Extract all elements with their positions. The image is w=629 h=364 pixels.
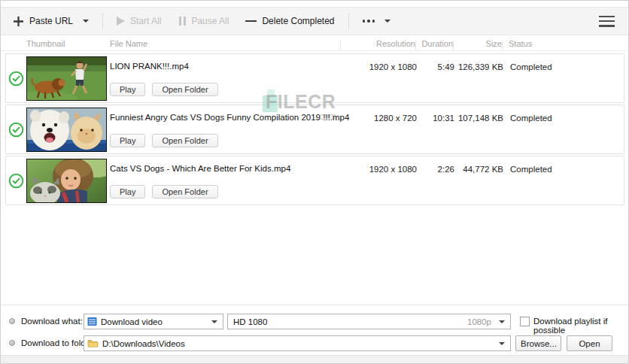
- download-list: LION PRANK!!!.mp4 Play Open Folder 1920 …: [1, 52, 628, 207]
- playlist-checkbox-label: Download playlist if possible: [533, 317, 628, 335]
- download-what-label: Download what:: [21, 317, 83, 326]
- column-resolution: Resolution: [351, 39, 415, 48]
- plus-icon: [13, 16, 24, 27]
- play-button[interactable]: Play: [110, 83, 145, 96]
- video-thumbnail: [26, 56, 107, 101]
- main-menu-button[interactable]: [599, 16, 615, 27]
- folder-icon: [87, 338, 99, 348]
- resolution-value: 1920 x 1080: [352, 62, 417, 71]
- pause-all-label: Pause All: [191, 16, 229, 26]
- file-name: Cats VS Dogs - Which Are Better For Kids…: [110, 164, 352, 173]
- film-icon: [87, 317, 97, 326]
- status-value: Completed: [503, 114, 624, 123]
- folder-path-select[interactable]: D:\Downloads\Videos: [84, 335, 511, 351]
- chevron-down-icon: [499, 342, 505, 345]
- bullet-icon: [9, 318, 15, 324]
- file-name: LION PRANK!!!.mp4: [110, 62, 352, 71]
- download-row[interactable]: LION PRANK!!!.mp4 Play Open Folder 1920 …: [5, 53, 624, 103]
- chevron-down-icon: [384, 20, 390, 23]
- paste-url-label: Paste URL: [29, 16, 73, 26]
- bullet-icon: [9, 340, 15, 346]
- paste-url-button[interactable]: Paste URL: [10, 14, 92, 29]
- open-folder-button[interactable]: Open Folder: [152, 83, 217, 96]
- download-row[interactable]: Funniest Angry Cats VS Dogs Funny Compil…: [5, 105, 624, 154]
- download-type-select[interactable]: Download video: [84, 314, 223, 329]
- chevron-down-icon: [499, 320, 505, 323]
- open-folder-button[interactable]: Open Folder: [152, 185, 217, 199]
- ellipsis-icon: [363, 20, 375, 23]
- open-folder-button[interactable]: Open Folder: [152, 134, 217, 147]
- footer-divider: [1, 305, 628, 305]
- quality-short-value: 1080p: [467, 317, 491, 326]
- resolution-value: 1920 x 1080: [352, 165, 417, 174]
- pause-icon: [179, 17, 186, 26]
- resolution-value: 1280 x 720: [352, 114, 417, 123]
- check-circle-icon: [8, 122, 24, 138]
- pause-all-button[interactable]: Pause All: [176, 14, 232, 28]
- play-button[interactable]: Play: [110, 185, 145, 199]
- column-thumbnail: Thumbnail: [26, 39, 110, 48]
- toolbar: Paste URL Start All Pause All Delete Com…: [1, 7, 628, 35]
- check-circle-icon: [8, 173, 24, 189]
- file-name: Funniest Angry Cats VS Dogs Funny Compil…: [110, 113, 352, 122]
- column-file-name: File Name: [110, 39, 351, 48]
- download-type-value: Download video: [101, 317, 163, 326]
- open-button[interactable]: Open: [567, 335, 612, 351]
- download-what-row: Download what: Download video HD 1080 10…: [1, 314, 628, 329]
- play-button[interactable]: Play: [110, 134, 145, 147]
- browse-button[interactable]: Browse...: [515, 335, 561, 351]
- quality-select[interactable]: HD 1080 1080p: [227, 314, 511, 329]
- chevron-down-icon: [83, 20, 89, 23]
- minus-icon: [245, 20, 257, 23]
- chevron-down-icon: [211, 320, 217, 323]
- hamburger-icon: [599, 16, 615, 18]
- video-thumbnail: [26, 159, 107, 203]
- more-menu-button[interactable]: [360, 18, 394, 24]
- size-value: 126,339 KB: [454, 62, 503, 71]
- size-value: 107,148 KB: [454, 114, 503, 123]
- check-circle-icon: [8, 71, 24, 86]
- status-value: Completed: [503, 165, 624, 174]
- video-thumbnail: [26, 108, 107, 152]
- playlist-checkbox[interactable]: [520, 317, 530, 326]
- column-size: Size: [453, 39, 502, 48]
- quality-value: HD 1080: [233, 317, 267, 326]
- folder-path-value: D:\Downloads\Videos: [102, 339, 185, 348]
- toolbar-separator: [102, 13, 103, 29]
- start-all-label: Start All: [130, 16, 161, 26]
- status-bar: [1, 355, 628, 363]
- duration-value: 10:31: [417, 114, 454, 123]
- size-value: 44,772 KB: [454, 165, 503, 174]
- delete-completed-label: Delete Completed: [262, 16, 334, 26]
- duration-value: 5:49: [417, 62, 454, 71]
- table-header: Thumbnail File Name Resolution Duration …: [1, 37, 628, 51]
- column-status: Status: [502, 39, 622, 48]
- status-value: Completed: [503, 62, 624, 71]
- download-row[interactable]: Cats VS Dogs - Which Are Better For Kids…: [5, 156, 624, 205]
- play-icon: [117, 17, 125, 26]
- start-all-button[interactable]: Start All: [114, 14, 164, 28]
- duration-value: 2:26: [417, 165, 454, 174]
- app-window: Paste URL Start All Pause All Delete Com…: [0, 0, 629, 364]
- delete-completed-button[interactable]: Delete Completed: [242, 14, 337, 28]
- toolbar-separator: [348, 13, 349, 29]
- download-folder-row: Download to folder: D:\Downloads\Videos …: [1, 335, 628, 351]
- column-duration: Duration: [415, 39, 453, 48]
